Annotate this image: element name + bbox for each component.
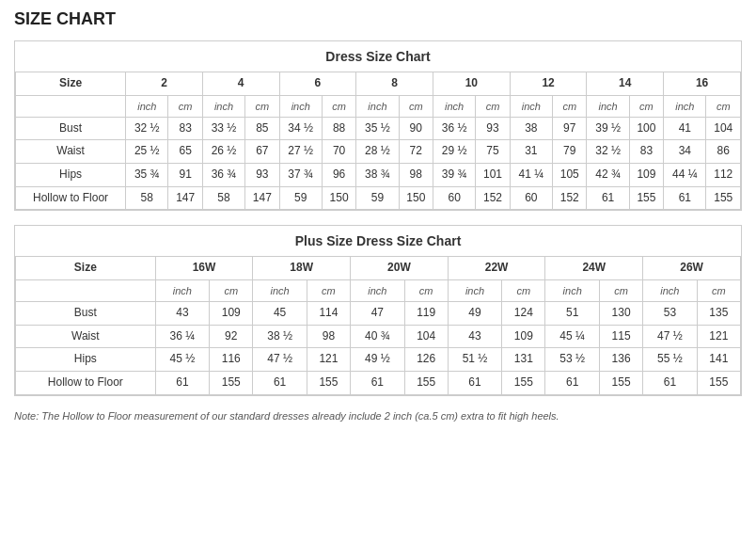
row-label: Waist	[16, 140, 126, 164]
unit-cell: inch	[155, 279, 210, 301]
size-header: 14	[587, 72, 664, 96]
data-cell: 155	[697, 371, 740, 394]
data-cell: 104	[706, 117, 741, 140]
data-cell: 72	[399, 140, 433, 164]
data-cell: 61	[155, 371, 210, 394]
data-cell: 36 ¾	[202, 164, 244, 187]
unit-cell: cm	[629, 95, 663, 117]
data-cell: 42 ¾	[587, 164, 629, 187]
data-cell: 61	[587, 186, 629, 210]
unit-cell: inch	[351, 279, 405, 301]
data-cell: 51 ½	[448, 348, 502, 372]
size-header: 16	[664, 72, 741, 96]
unit-cell: inch	[253, 279, 307, 301]
data-cell: 70	[322, 140, 355, 164]
data-cell: 55 ½	[643, 348, 698, 372]
size-header: 2	[126, 72, 203, 96]
data-cell: 43	[448, 325, 502, 348]
unit-cell: cm	[399, 95, 433, 117]
page-title: SIZE CHART	[14, 9, 742, 29]
data-cell: 45	[253, 302, 307, 326]
data-cell: 121	[307, 348, 350, 372]
unit-cell: inch	[356, 95, 399, 117]
unit-cell: cm	[502, 279, 545, 301]
data-cell: 38	[510, 117, 552, 140]
data-cell: 96	[322, 164, 355, 187]
unit-cell: inch	[202, 95, 244, 117]
size-header: 18W	[253, 257, 351, 280]
unit-cell: cm	[476, 95, 510, 117]
data-cell: 38 ¾	[356, 164, 399, 187]
data-cell: 45 ½	[155, 348, 210, 372]
data-cell: 152	[476, 186, 510, 210]
data-cell: 155	[706, 186, 741, 210]
plus-chart-title: Plus Size Dress Size Chart	[15, 226, 741, 256]
row-label: Hips	[16, 164, 126, 187]
data-cell: 150	[399, 186, 433, 210]
data-cell: 79	[553, 140, 587, 164]
data-cell: 105	[553, 164, 587, 187]
data-cell: 61	[664, 186, 706, 210]
data-cell: 93	[245, 164, 279, 187]
data-cell: 61	[545, 371, 600, 394]
data-cell: 65	[168, 140, 202, 164]
data-cell: 33 ½	[202, 117, 244, 140]
data-cell: 114	[307, 302, 350, 326]
data-cell: 141	[697, 348, 740, 372]
data-cell: 49	[448, 302, 502, 326]
data-cell: 25 ½	[126, 140, 168, 164]
unit-label-empty	[16, 95, 126, 117]
size-label: Size	[16, 72, 126, 96]
data-cell: 53	[643, 302, 698, 326]
data-cell: 47 ½	[643, 325, 698, 348]
data-cell: 150	[322, 186, 355, 210]
data-cell: 155	[502, 371, 545, 394]
size-header: 24W	[545, 257, 643, 280]
data-cell: 39 ¾	[433, 164, 475, 187]
unit-cell: inch	[279, 95, 322, 117]
unit-cell: cm	[168, 95, 202, 117]
size-header: 16W	[155, 257, 253, 280]
unit-cell: cm	[245, 95, 279, 117]
data-cell: 130	[599, 302, 642, 326]
data-cell: 58	[126, 186, 168, 210]
unit-cell: inch	[448, 279, 502, 301]
unit-cell: cm	[706, 95, 741, 117]
plus-size-table: Size16W18W20W22W24W26Winchcminchcminchcm…	[15, 256, 741, 394]
data-cell: 116	[210, 348, 253, 372]
data-cell: 61	[253, 371, 307, 394]
unit-cell: inch	[545, 279, 600, 301]
size-header: 10	[433, 72, 510, 96]
data-cell: 155	[629, 186, 663, 210]
data-cell: 49 ½	[351, 348, 405, 372]
data-cell: 60	[433, 186, 475, 210]
data-cell: 44 ¼	[664, 164, 706, 187]
unit-cell: inch	[643, 279, 698, 301]
data-cell: 155	[599, 371, 642, 394]
unit-cell: inch	[126, 95, 168, 117]
unit-cell: inch	[510, 95, 552, 117]
data-cell: 83	[629, 140, 663, 164]
data-cell: 38 ½	[253, 325, 307, 348]
data-cell: 47	[351, 302, 405, 326]
row-label: Hollow to Floor	[16, 371, 156, 394]
note-text: Note: The Hollow to Floor measurement of…	[14, 410, 742, 422]
data-cell: 35 ¾	[126, 164, 168, 187]
unit-cell: cm	[307, 279, 350, 301]
size-header: 12	[510, 72, 587, 96]
data-cell: 119	[404, 302, 448, 326]
data-cell: 29 ½	[433, 140, 475, 164]
size-header: 22W	[448, 257, 545, 280]
unit-cell: inch	[433, 95, 475, 117]
data-cell: 35 ½	[356, 117, 399, 140]
data-cell: 34	[664, 140, 706, 164]
data-cell: 36 ¼	[155, 325, 210, 348]
row-label: Waist	[16, 325, 156, 348]
row-label: Bust	[16, 117, 126, 140]
data-cell: 61	[351, 371, 405, 394]
row-label: Hollow to Floor	[16, 186, 126, 210]
size-header: 8	[356, 72, 433, 96]
data-cell: 97	[553, 117, 587, 140]
data-cell: 26 ½	[202, 140, 244, 164]
data-cell: 100	[629, 117, 663, 140]
